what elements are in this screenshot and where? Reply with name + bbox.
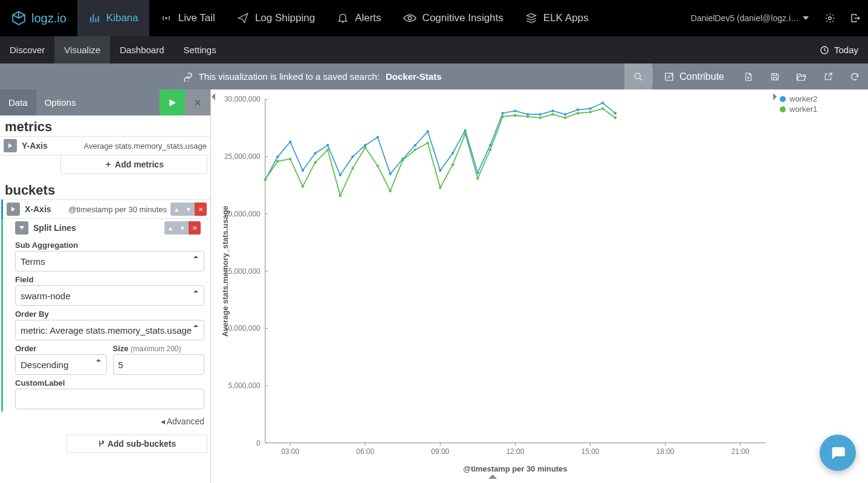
subnav-dashboard[interactable]: Dashboard <box>110 36 173 63</box>
split-label: Split Lines <box>33 223 76 233</box>
user-menu[interactable]: DanielDev5 (daniel@logz.i… <box>682 0 817 36</box>
nav-alerts[interactable]: Alerts <box>326 0 392 36</box>
svg-point-88 <box>564 117 566 119</box>
chat-button[interactable] <box>820 435 856 471</box>
move-up-button[interactable]: ▲ <box>170 203 183 216</box>
nav-cognitive[interactable]: Cognitive Insights <box>392 0 514 36</box>
brand-logo[interactable]: logz.io <box>0 0 77 36</box>
xaxis-desc: @timestamp per 30 minutes <box>68 205 167 214</box>
config-panel: Data Options metrics Y-Axis Average stat… <box>0 89 211 483</box>
svg-point-38 <box>302 169 304 172</box>
move-down-button[interactable]: ▼ <box>183 203 195 216</box>
svg-point-79 <box>452 163 454 166</box>
add-metrics-button[interactable]: ＋ Add metrics <box>60 155 207 174</box>
svg-point-80 <box>464 132 466 135</box>
open-button[interactable] <box>788 63 815 89</box>
svg-point-63 <box>614 112 617 114</box>
collapse-right[interactable] <box>771 89 777 483</box>
svg-text:03:00: 03:00 <box>281 447 299 456</box>
svg-point-82 <box>489 149 491 151</box>
share-button[interactable] <box>815 63 841 89</box>
svg-point-67 <box>302 185 304 187</box>
settings-button[interactable] <box>817 0 843 36</box>
cube-icon <box>11 10 27 26</box>
clock-icon <box>820 45 829 55</box>
send-icon <box>237 12 249 24</box>
nav-log-shipping[interactable]: Log Shipping <box>226 0 326 36</box>
svg-point-60 <box>577 108 579 111</box>
svg-point-66 <box>289 158 291 160</box>
svg-point-36 <box>276 155 279 158</box>
svg-text:15,000,000: 15,000,000 <box>224 267 261 276</box>
panel-tab-options[interactable]: Options <box>36 89 85 115</box>
expand-toggle[interactable] <box>4 139 17 152</box>
svg-point-84 <box>514 114 516 117</box>
remove-button[interactable]: ✕ <box>189 221 201 235</box>
chevron-left-icon <box>212 93 216 100</box>
xaxis-label: X-Axis <box>25 204 51 214</box>
customlabel-input[interactable] <box>15 389 204 409</box>
subnav-discover[interactable]: Discover <box>0 36 54 63</box>
xaxis-row[interactable]: X-Axis @timestamp per 30 minutes ▲ ▼ ✕ <box>3 199 210 219</box>
search-button[interactable] <box>624 63 652 89</box>
svg-point-89 <box>577 112 579 114</box>
chat-icon <box>829 444 846 461</box>
new-button[interactable] <box>735 63 762 89</box>
svg-text:20,000,000: 20,000,000 <box>224 210 261 218</box>
chart-area: 05,000,00010,000,00015,000,00020,000,000… <box>211 89 868 483</box>
advanced-toggle[interactable]: ◂ Advanced <box>0 412 210 431</box>
nav-kibana[interactable]: Kibana <box>77 0 149 36</box>
move-down-button[interactable]: ▼ <box>177 221 189 235</box>
svg-point-58 <box>551 109 554 112</box>
expand-toggle[interactable] <box>7 203 20 216</box>
logout-button[interactable] <box>843 0 868 36</box>
field-select[interactable]: swarm-node <box>15 285 204 306</box>
play-icon <box>168 99 177 107</box>
expand-toggle[interactable] <box>15 221 28 235</box>
buckets-heading: buckets <box>0 179 210 199</box>
metrics-heading: metrics <box>0 115 210 136</box>
svg-point-54 <box>502 112 504 114</box>
subnav-visualize[interactable]: Visualize <box>54 36 110 63</box>
split-lines-row[interactable]: Split Lines ▲ ▼ ✕ <box>15 219 204 237</box>
discard-button[interactable] <box>185 89 210 115</box>
external-link-icon <box>823 72 833 82</box>
svg-point-1 <box>408 16 412 20</box>
svg-point-39 <box>314 152 316 154</box>
svg-text:21:00: 21:00 <box>731 447 750 456</box>
svg-point-85 <box>526 115 529 118</box>
svg-point-62 <box>601 102 604 104</box>
svg-point-50 <box>452 152 454 154</box>
svg-point-87 <box>551 113 554 115</box>
orderby-select[interactable]: metric: Average stats.memory_stats.usage <box>15 320 204 340</box>
svg-point-55 <box>514 109 516 112</box>
refresh-button[interactable] <box>841 63 868 89</box>
svg-point-59 <box>564 113 566 115</box>
nav-label: Alerts <box>355 12 381 24</box>
nav-live-tail[interactable]: Live Tail <box>149 0 226 36</box>
linked-search-name[interactable]: Docker-Stats <box>386 71 442 82</box>
collapse-bottom[interactable] <box>488 472 497 482</box>
save-button[interactable] <box>762 63 788 89</box>
link-icon <box>183 72 193 82</box>
order-select[interactable]: Descending <box>15 354 107 375</box>
subagg-select[interactable]: Terms <box>15 251 204 271</box>
remove-button[interactable]: ✕ <box>195 203 207 216</box>
move-up-button[interactable]: ▲ <box>164 221 177 235</box>
line-chart[interactable]: 05,000,00010,000,00015,000,00020,000,000… <box>217 89 771 483</box>
collapse-left[interactable] <box>211 89 217 483</box>
legend-item[interactable]: worker1 <box>780 105 866 114</box>
apply-button[interactable] <box>160 89 185 115</box>
size-input[interactable] <box>113 354 205 375</box>
subnav-settings[interactable]: Settings <box>174 36 226 63</box>
nav-label: ELK Apps <box>543 12 589 24</box>
contribute-button[interactable]: Contribute <box>653 63 735 89</box>
time-picker[interactable]: Today <box>810 36 868 63</box>
add-sub-buckets-button[interactable]: Add sub-buckets <box>66 435 207 453</box>
nav-elk-apps[interactable]: ELK Apps <box>514 0 600 36</box>
legend-item[interactable]: worker2 <box>780 94 866 103</box>
panel-tab-data[interactable]: Data <box>0 89 36 115</box>
svg-point-92 <box>614 117 617 119</box>
yaxis-row[interactable]: Y-Axis Average stats.memory_stats.usage <box>0 136 210 155</box>
svg-point-83 <box>502 115 504 118</box>
